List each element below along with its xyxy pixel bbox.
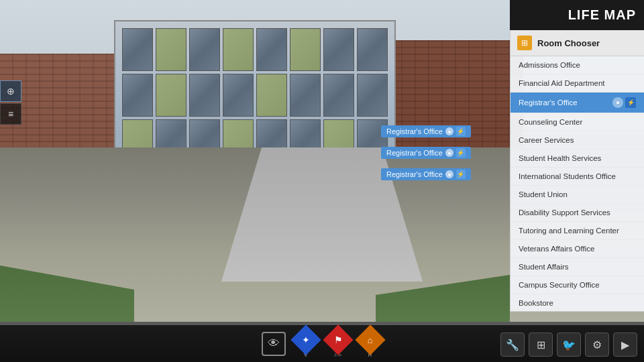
right-toolbar-icons: 🔧 ⊞ 🐦 ⚙ ▶ [500,333,637,357]
game-label-info-icon[interactable]: ● [445,149,453,157]
room-chooser-title: Room Chooser [537,38,600,48]
game-label-registrar[interactable]: Registrar's Office●⚡ [381,147,471,159]
game-label-text: Registrar's Office [386,127,443,135]
room-item-label: Veterans Affairs Office [519,245,594,253]
room-item[interactable]: Veterans Affairs Office [511,240,644,258]
window-pane [156,74,186,117]
eye-button[interactable]: 👁 [260,330,288,358]
game-label-registrar[interactable]: Registrar's Office●⚡ [381,125,471,137]
window-pane [256,74,287,117]
room-item-label: Disability Support Services [519,208,610,217]
room-item-label: Tutoring and Learning Center [519,227,619,235]
window-pane [156,28,186,71]
room-item[interactable]: Campus Security Office [511,276,644,294]
window-pane [357,74,388,117]
room-item-label: Counseling Center [519,118,582,126]
game-label-nav-icon[interactable]: ⚡ [456,148,466,158]
diamond-blue-label: ✦ [302,335,310,345]
room-chooser-panel: ⊞ Room Chooser Admissions OfficeFinancia… [510,30,644,312]
game-label-nav-icon[interactable]: ⚡ [456,170,466,179]
window-pane [189,28,220,71]
room-item-label: Registrar's Office [519,99,578,107]
room-icon-info[interactable]: ● [612,97,623,108]
list-button[interactable]: ≡ [0,103,21,125]
hud-panel: ⊕ ≡ [0,80,23,125]
room-item[interactable]: Registrar's Office●⚡ [511,93,644,113]
window-pane [290,74,321,117]
logo-text-label: LIFE MAP [568,7,636,22]
window-pane [189,74,220,117]
room-item[interactable]: Counseling Center [511,113,644,131]
logo-bar: LIFE MAP [510,0,644,30]
nav-button-home[interactable]: ⌂ R [356,330,384,358]
grid-button[interactable]: ⊞ [529,333,553,357]
eye-icon: 👁 [262,332,286,356]
room-chooser-icon: ⊞ [517,36,532,50]
settings-button[interactable]: ⚙ [585,333,609,357]
diamond-blue-icon: ✦ [290,324,321,355]
game-label-text: Registrar's Office [386,170,443,178]
window-pane [357,28,388,71]
diamond-orange-label: ⌂ [368,335,373,345]
room-active-icons: ●⚡ [612,97,636,108]
window-pane [290,28,321,71]
room-item[interactable]: Disability Support Services [511,204,644,222]
room-item[interactable]: Student Health Services [511,149,644,168]
game-label-nav-icon[interactable]: ⚡ [456,127,466,136]
room-item-label: Financial Aid Department [519,79,604,87]
diamond-red-icon: ⚑ [323,324,353,355]
game-label-registrar[interactable]: Registrar's Office●⚡ [381,168,471,180]
room-item-label: Career Services [519,136,574,144]
room-item-label: Student Health Services [519,154,601,162]
game-label-text: Registrar's Office [386,149,443,157]
game-label-info-icon[interactable]: ● [445,127,453,135]
crosshair-button[interactable]: ⊕ [0,80,21,102]
window-pane [122,74,153,117]
room-item-label: Student Union [519,190,568,198]
room-item-label: Student Affairs [519,263,569,271]
room-item-label: Admissions Office [519,61,580,69]
window-pane [323,28,354,71]
game-label-info-icon[interactable]: ● [445,170,453,178]
room-item[interactable]: International Students Office [511,168,644,186]
room-item[interactable]: Student Union [511,186,644,204]
diamond-red-label: ⚑ [334,335,343,345]
window-pane [223,28,254,71]
room-item[interactable]: Financial Aid Department [511,74,644,93]
room-list[interactable]: Admissions OfficeFinancial Aid Departmen… [511,56,644,311]
nav-button-r[interactable]: ⚑ /-> [324,330,352,358]
room-item[interactable]: Admissions Office [511,56,644,74]
room-item[interactable]: Bookstore [511,294,644,311]
window-pane [256,28,287,71]
room-item[interactable]: Career Services [511,131,644,149]
wrench-button[interactable]: 🔧 [500,333,525,357]
room-item-label: Bookstore [519,299,553,307]
diamond-orange-icon: ⌂ [355,324,385,355]
app-logo: LIFE MAP [568,7,636,23]
room-icon-nav[interactable]: ⚡ [625,97,636,108]
nav-button-v[interactable]: ✦ V [292,330,320,358]
social-button[interactable]: 🐦 [557,333,581,357]
bottom-toolbar: 👁 ✦ V ⚑ /-> ⌂ [0,325,644,362]
room-item[interactable]: Student Affairs [511,258,644,276]
window-pane [223,74,254,117]
window-pane [323,74,354,117]
window-pane [122,28,153,71]
bottom-icon-group: 👁 ✦ V ⚑ /-> ⌂ [260,330,384,358]
room-chooser-header: ⊞ Room Chooser [511,30,644,56]
room-item-label: International Students Office [519,172,616,180]
room-item[interactable]: Tutoring and Learning Center [511,222,644,240]
more-button[interactable]: ▶ [613,333,637,357]
room-item-label: Campus Security Office [519,281,600,289]
